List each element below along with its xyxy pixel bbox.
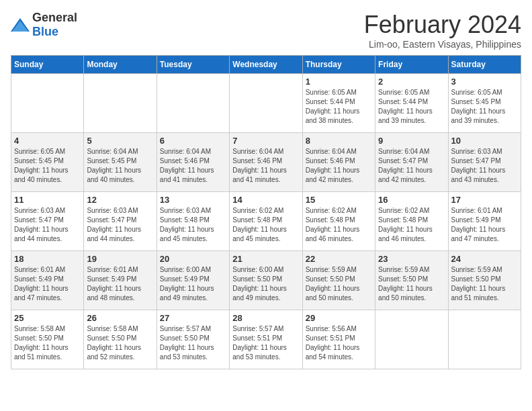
calendar-day-cell: 21Sunrise: 6:00 AM Sunset: 5:50 PM Dayli… xyxy=(230,251,302,310)
weekday-header-cell: Tuesday xyxy=(157,56,229,74)
title-area: February 2024 Lim-oo, Eastern Visayas, P… xyxy=(364,11,521,50)
calendar-day-cell: 12Sunrise: 6:03 AM Sunset: 5:47 PM Dayli… xyxy=(84,192,157,251)
day-info: Sunrise: 6:03 AM Sunset: 5:47 PM Dayligh… xyxy=(451,147,518,185)
calendar-week-row: 11Sunrise: 6:03 AM Sunset: 5:47 PM Dayli… xyxy=(11,192,521,251)
day-info: Sunrise: 6:03 AM Sunset: 5:48 PM Dayligh… xyxy=(160,206,226,244)
day-info: Sunrise: 6:00 AM Sunset: 5:50 PM Dayligh… xyxy=(232,265,299,303)
day-info: Sunrise: 5:58 AM Sunset: 5:50 PM Dayligh… xyxy=(87,324,153,362)
day-number: 27 xyxy=(160,313,226,323)
day-number: 15 xyxy=(306,195,372,205)
weekday-header-cell: Wednesday xyxy=(230,56,302,74)
day-number: 7 xyxy=(232,136,299,146)
calendar-table: SundayMondayTuesdayWednesdayThursdayFrid… xyxy=(11,55,521,369)
calendar-day-cell: 11Sunrise: 6:03 AM Sunset: 5:47 PM Dayli… xyxy=(11,192,84,251)
day-info: Sunrise: 5:57 AM Sunset: 5:51 PM Dayligh… xyxy=(232,324,299,362)
day-info: Sunrise: 6:04 AM Sunset: 5:46 PM Dayligh… xyxy=(306,147,372,185)
day-number: 21 xyxy=(232,254,299,264)
weekday-header-cell: Friday xyxy=(375,56,448,74)
calendar-week-row: 18Sunrise: 6:01 AM Sunset: 5:49 PM Dayli… xyxy=(11,251,521,310)
day-number: 24 xyxy=(451,254,518,264)
day-number: 11 xyxy=(14,195,81,205)
calendar-day-cell: 27Sunrise: 5:57 AM Sunset: 5:50 PM Dayli… xyxy=(157,310,229,369)
day-number: 20 xyxy=(160,254,226,264)
calendar-day-cell: 20Sunrise: 6:00 AM Sunset: 5:49 PM Dayli… xyxy=(157,251,229,310)
calendar-day-cell: 17Sunrise: 6:01 AM Sunset: 5:49 PM Dayli… xyxy=(448,192,521,251)
day-number: 13 xyxy=(160,195,226,205)
calendar-day-cell: 5Sunrise: 6:04 AM Sunset: 5:45 PM Daylig… xyxy=(84,133,157,192)
logo: General Blue xyxy=(11,11,77,39)
calendar-day-cell: 2Sunrise: 6:05 AM Sunset: 5:44 PM Daylig… xyxy=(375,74,448,133)
day-info: Sunrise: 6:03 AM Sunset: 5:47 PM Dayligh… xyxy=(14,206,81,244)
day-info: Sunrise: 6:05 AM Sunset: 5:45 PM Dayligh… xyxy=(14,147,81,185)
day-number: 18 xyxy=(14,254,81,264)
calendar-subtitle: Lim-oo, Eastern Visayas, Philippines xyxy=(364,39,521,50)
day-number: 17 xyxy=(451,195,518,205)
calendar-day-cell: 28Sunrise: 5:57 AM Sunset: 5:51 PM Dayli… xyxy=(230,310,302,369)
day-info: Sunrise: 5:58 AM Sunset: 5:50 PM Dayligh… xyxy=(14,324,81,362)
day-number: 29 xyxy=(306,313,372,323)
day-number: 16 xyxy=(378,195,445,205)
day-info: Sunrise: 6:02 AM Sunset: 5:48 PM Dayligh… xyxy=(378,206,445,244)
day-number: 1 xyxy=(306,77,372,87)
calendar-day-cell: 9Sunrise: 6:04 AM Sunset: 5:47 PM Daylig… xyxy=(375,133,448,192)
header: General Blue February 2024 Lim-oo, Easte… xyxy=(11,11,521,50)
calendar-week-row: 1Sunrise: 6:05 AM Sunset: 5:44 PM Daylig… xyxy=(11,74,521,133)
day-info: Sunrise: 6:04 AM Sunset: 5:47 PM Dayligh… xyxy=(378,147,445,185)
day-info: Sunrise: 5:59 AM Sunset: 5:50 PM Dayligh… xyxy=(306,265,372,303)
calendar-day-cell: 13Sunrise: 6:03 AM Sunset: 5:48 PM Dayli… xyxy=(157,192,229,251)
day-number: 23 xyxy=(378,254,445,264)
day-number: 3 xyxy=(451,77,518,87)
calendar-day-cell: 24Sunrise: 5:59 AM Sunset: 5:50 PM Dayli… xyxy=(448,251,521,310)
day-info: Sunrise: 5:59 AM Sunset: 5:50 PM Dayligh… xyxy=(378,265,445,303)
weekday-header-cell: Thursday xyxy=(302,56,375,74)
day-info: Sunrise: 5:59 AM Sunset: 5:50 PM Dayligh… xyxy=(451,265,518,303)
day-info: Sunrise: 5:56 AM Sunset: 5:51 PM Dayligh… xyxy=(306,324,372,362)
calendar-day-cell: 3Sunrise: 6:05 AM Sunset: 5:45 PM Daylig… xyxy=(448,74,521,133)
day-number: 26 xyxy=(87,313,153,323)
day-number: 2 xyxy=(378,77,445,87)
calendar-day-cell xyxy=(84,74,157,133)
calendar-day-cell xyxy=(375,310,448,369)
calendar-week-row: 4Sunrise: 6:05 AM Sunset: 5:45 PM Daylig… xyxy=(11,133,521,192)
calendar-body: 1Sunrise: 6:05 AM Sunset: 5:44 PM Daylig… xyxy=(11,74,521,369)
logo-icon xyxy=(11,18,30,32)
day-info: Sunrise: 6:00 AM Sunset: 5:49 PM Dayligh… xyxy=(160,265,226,303)
calendar-day-cell: 10Sunrise: 6:03 AM Sunset: 5:47 PM Dayli… xyxy=(448,133,521,192)
calendar-day-cell: 23Sunrise: 5:59 AM Sunset: 5:50 PM Dayli… xyxy=(375,251,448,310)
calendar-title: February 2024 xyxy=(364,11,521,39)
day-number: 6 xyxy=(160,136,226,146)
calendar-day-cell: 7Sunrise: 6:04 AM Sunset: 5:46 PM Daylig… xyxy=(230,133,302,192)
logo-general: General xyxy=(32,11,77,24)
weekday-header-cell: Sunday xyxy=(11,56,84,74)
day-info: Sunrise: 6:03 AM Sunset: 5:47 PM Dayligh… xyxy=(87,206,153,244)
day-number: 8 xyxy=(306,136,372,146)
calendar-day-cell: 26Sunrise: 5:58 AM Sunset: 5:50 PM Dayli… xyxy=(84,310,157,369)
day-number: 25 xyxy=(14,313,81,323)
day-number: 14 xyxy=(232,195,299,205)
day-info: Sunrise: 6:05 AM Sunset: 5:44 PM Dayligh… xyxy=(378,88,445,126)
day-number: 22 xyxy=(306,254,372,264)
weekday-header-cell: Saturday xyxy=(448,56,521,74)
day-info: Sunrise: 6:01 AM Sunset: 5:49 PM Dayligh… xyxy=(87,265,153,303)
weekday-header-row: SundayMondayTuesdayWednesdayThursdayFrid… xyxy=(11,56,521,74)
day-info: Sunrise: 6:02 AM Sunset: 5:48 PM Dayligh… xyxy=(306,206,372,244)
day-number: 28 xyxy=(232,313,299,323)
calendar-day-cell: 15Sunrise: 6:02 AM Sunset: 5:48 PM Dayli… xyxy=(302,192,375,251)
day-number: 4 xyxy=(14,136,81,146)
day-number: 19 xyxy=(87,254,153,264)
calendar-day-cell: 6Sunrise: 6:04 AM Sunset: 5:46 PM Daylig… xyxy=(157,133,229,192)
day-number: 12 xyxy=(87,195,153,205)
calendar-day-cell: 22Sunrise: 5:59 AM Sunset: 5:50 PM Dayli… xyxy=(302,251,375,310)
calendar-day-cell: 29Sunrise: 5:56 AM Sunset: 5:51 PM Dayli… xyxy=(302,310,375,369)
day-number: 9 xyxy=(378,136,445,146)
calendar-day-cell: 8Sunrise: 6:04 AM Sunset: 5:46 PM Daylig… xyxy=(302,133,375,192)
weekday-header-cell: Monday xyxy=(84,56,157,74)
calendar-day-cell xyxy=(230,74,302,133)
calendar-day-cell xyxy=(157,74,229,133)
calendar-day-cell xyxy=(11,74,84,133)
day-info: Sunrise: 6:04 AM Sunset: 5:46 PM Dayligh… xyxy=(160,147,226,185)
day-info: Sunrise: 5:57 AM Sunset: 5:50 PM Dayligh… xyxy=(160,324,226,362)
calendar-week-row: 25Sunrise: 5:58 AM Sunset: 5:50 PM Dayli… xyxy=(11,310,521,369)
day-info: Sunrise: 6:04 AM Sunset: 5:46 PM Dayligh… xyxy=(232,147,299,185)
calendar-day-cell: 1Sunrise: 6:05 AM Sunset: 5:44 PM Daylig… xyxy=(302,74,375,133)
